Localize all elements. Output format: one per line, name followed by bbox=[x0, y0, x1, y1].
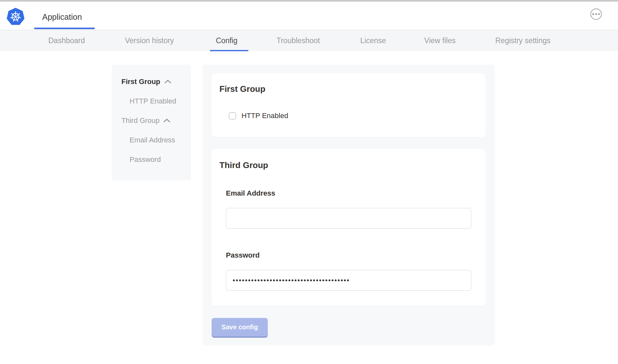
active-nav-tab-underline bbox=[210, 50, 248, 51]
chevron-up-icon bbox=[163, 118, 170, 123]
config-sidebar: First Group HTTP Enabled Third Group Ema… bbox=[112, 65, 191, 180]
tab-view-files[interactable]: View files bbox=[424, 30, 456, 51]
email-address-input[interactable] bbox=[226, 208, 471, 229]
password-input[interactable] bbox=[226, 270, 471, 291]
tab-version-history[interactable]: Version history bbox=[125, 30, 174, 51]
config-group-card-first: First Group HTTP Enabled bbox=[212, 73, 486, 137]
kubernetes-logo-icon bbox=[6, 8, 25, 26]
http-enabled-checkbox[interactable] bbox=[229, 112, 236, 119]
sidebar-item-label: Password bbox=[130, 155, 161, 164]
ellipsis-icon bbox=[592, 13, 594, 15]
chevron-up-icon bbox=[164, 79, 171, 84]
tab-dashboard[interactable]: Dashboard bbox=[48, 30, 85, 51]
app-nav: Dashboard Version history Config Trouble… bbox=[0, 30, 618, 51]
app-header: Application bbox=[0, 0, 618, 30]
config-main-panel: First Group HTTP Enabled Third Group Ema… bbox=[203, 65, 495, 346]
email-address-label: Email Address bbox=[226, 189, 275, 198]
tab-config[interactable]: Config bbox=[216, 30, 237, 51]
password-label: Password bbox=[226, 251, 260, 260]
sidebar-item-label: HTTP Enabled bbox=[130, 97, 176, 105]
kots-admin-screen: Application Dashboard Version history Co… bbox=[0, 0, 618, 364]
sidebar-group-label: First Group bbox=[121, 77, 160, 86]
tab-license[interactable]: License bbox=[360, 30, 386, 51]
app-tab-label: Application bbox=[42, 12, 82, 22]
sidebar-group-third-group[interactable]: Third Group bbox=[121, 116, 191, 125]
http-enabled-field: HTTP Enabled bbox=[229, 112, 288, 120]
tab-troubleshoot[interactable]: Troubleshoot bbox=[277, 30, 320, 51]
checkbox-label[interactable]: HTTP Enabled bbox=[241, 112, 288, 120]
sidebar-group-first-group[interactable]: First Group bbox=[121, 77, 191, 86]
sidebar-item-http-enabled[interactable]: HTTP Enabled bbox=[121, 97, 191, 105]
sidebar-item-password[interactable]: Password bbox=[121, 155, 191, 164]
tab-registry-settings[interactable]: Registry settings bbox=[495, 30, 550, 51]
overflow-menu-button[interactable] bbox=[590, 8, 602, 20]
sidebar-item-label: Email Address bbox=[130, 136, 175, 144]
sidebar-group-label: Third Group bbox=[121, 116, 159, 125]
config-group-card-third: Third Group Email Address Password bbox=[212, 149, 486, 306]
group-title: First Group bbox=[219, 84, 266, 94]
group-title: Third Group bbox=[219, 160, 268, 170]
save-config-button[interactable]: Save config bbox=[212, 318, 268, 336]
active-app-tab-underline bbox=[34, 28, 95, 29]
sidebar-item-email-address[interactable]: Email Address bbox=[121, 136, 191, 144]
